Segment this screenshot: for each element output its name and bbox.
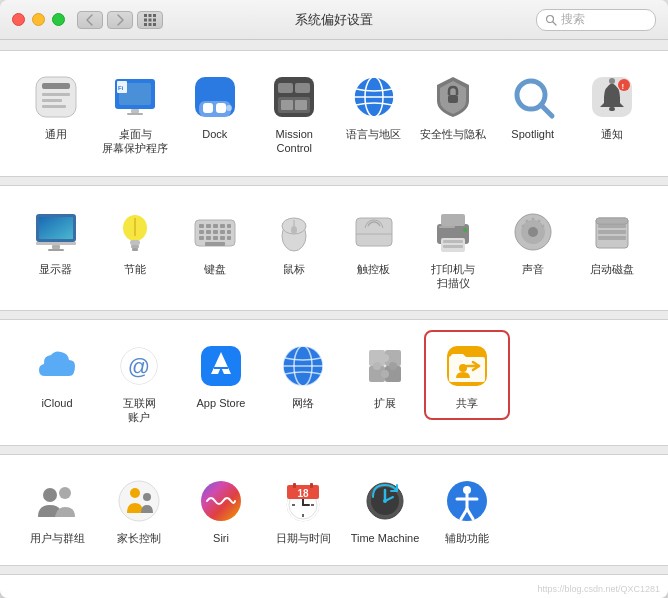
svg-point-142	[383, 499, 387, 503]
svg-rect-64	[213, 230, 218, 234]
forward-button[interactable]	[107, 11, 133, 29]
pref-app-store[interactable]: App Store	[180, 332, 262, 418]
pref-security[interactable]: 安全性与隐私	[414, 63, 494, 149]
sharing-label: 共享	[456, 396, 478, 410]
accessibility-icon	[441, 475, 493, 527]
svg-rect-7	[149, 23, 152, 26]
svg-rect-96	[598, 230, 626, 234]
minimize-button[interactable]	[32, 13, 45, 26]
displays-icon	[30, 206, 82, 258]
pref-trackpad[interactable]: 触控板	[334, 198, 414, 284]
svg-point-93	[541, 224, 544, 227]
security-label: 安全性与隐私	[420, 127, 486, 141]
language-label: 语言与地区	[346, 127, 401, 141]
svg-rect-52	[130, 240, 140, 245]
svg-text:18: 18	[297, 488, 309, 499]
svg-rect-95	[598, 224, 626, 228]
pref-startup-disk[interactable]: 启动磁盘	[573, 198, 653, 284]
pref-sharing[interactable]: 共享	[426, 332, 508, 418]
svg-rect-25	[216, 103, 226, 113]
svg-rect-136	[293, 483, 296, 488]
app-store-label: App Store	[197, 396, 246, 410]
svg-rect-54	[132, 248, 138, 251]
svg-rect-80	[441, 214, 465, 226]
pref-spotlight[interactable]: Spotlight	[493, 63, 573, 149]
keyboard-icon	[189, 206, 241, 258]
svg-point-84	[463, 228, 467, 232]
pref-sound[interactable]: 声音	[493, 198, 573, 284]
pref-language[interactable]: 语言与地区	[334, 63, 414, 149]
svg-rect-70	[220, 236, 225, 240]
svg-point-114	[389, 362, 397, 370]
pref-siri[interactable]: Siri	[180, 467, 262, 553]
spotlight-icon	[507, 71, 559, 123]
svg-rect-12	[42, 83, 70, 89]
siri-label: Siri	[213, 531, 229, 545]
users-label: 用户与群组	[30, 531, 85, 545]
pref-users[interactable]: 用户与群组	[16, 467, 98, 553]
maximize-button[interactable]	[52, 13, 65, 26]
svg-line-10	[553, 21, 557, 25]
sound-label: 声音	[522, 262, 544, 276]
pref-internet-accounts[interactable]: @ 互联网账户	[98, 332, 180, 433]
pref-time-machine[interactable]: Time Machine	[344, 467, 426, 553]
pref-mouse[interactable]: 鼠标	[255, 198, 335, 284]
svg-rect-19	[127, 113, 143, 115]
pref-keyboard[interactable]: 键盘	[175, 198, 255, 284]
pref-dock[interactable]: Dock	[175, 63, 255, 149]
svg-point-112	[381, 354, 389, 362]
search-icon	[545, 14, 557, 26]
pref-desktop[interactable]: Fi 桌面与屏幕保护程序	[96, 63, 176, 164]
pref-notifications[interactable]: ! 通知	[573, 63, 653, 149]
svg-point-41	[609, 78, 615, 84]
pref-accessibility[interactable]: 辅助功能	[426, 467, 508, 553]
pref-java[interactable]: Java Java	[16, 587, 98, 598]
startup-disk-icon	[586, 206, 638, 258]
pref-general[interactable]: 通用	[16, 63, 96, 149]
svg-rect-1	[149, 14, 152, 17]
svg-point-92	[537, 219, 540, 222]
desktop-label: 桌面与屏幕保护程序	[102, 127, 168, 156]
pref-printers[interactable]: 打印机与扫描仪	[414, 198, 494, 299]
trackpad-label: 触控板	[357, 262, 390, 276]
svg-point-88	[528, 227, 538, 237]
energy-icon	[109, 206, 161, 258]
svg-text:!: !	[622, 82, 625, 91]
svg-rect-18	[131, 109, 139, 113]
svg-rect-53	[131, 245, 139, 248]
icloud-label: iCloud	[41, 396, 72, 410]
pref-mission-control[interactable]: MissionControl	[255, 63, 335, 164]
search-box[interactable]: 搜索	[536, 9, 656, 31]
svg-rect-29	[295, 83, 310, 93]
pref-energy[interactable]: 节能	[96, 198, 176, 284]
icloud-icon	[31, 340, 83, 392]
svg-text:Fi: Fi	[118, 85, 124, 91]
section-hardware-row: 显示器 节能	[16, 198, 652, 299]
energy-label: 节能	[124, 262, 146, 276]
svg-rect-137	[310, 483, 313, 488]
pref-network[interactable]: 网络	[262, 332, 344, 418]
pref-parental[interactable]: 家长控制	[98, 467, 180, 553]
svg-rect-82	[443, 240, 463, 243]
general-icon	[30, 71, 82, 123]
pref-icloud[interactable]: iCloud	[16, 332, 98, 418]
pref-displays[interactable]: 显示器	[16, 198, 96, 284]
pref-nvidia[interactable]: NVIDIADriver Manager	[98, 587, 180, 598]
parental-icon	[113, 475, 165, 527]
close-button[interactable]	[12, 13, 25, 26]
svg-point-76	[291, 226, 297, 234]
svg-rect-15	[42, 105, 66, 108]
svg-rect-66	[227, 230, 231, 234]
pref-date-time[interactable]: 18 日期与时间	[262, 467, 344, 553]
siri-icon	[195, 475, 247, 527]
section-hardware: 显示器 节能	[0, 185, 668, 312]
watermark: https://blog.csdn.net/QXC1281	[537, 584, 660, 594]
svg-point-115	[381, 370, 389, 378]
general-label: 通用	[45, 127, 67, 141]
back-button[interactable]	[77, 11, 103, 29]
date-time-label: 日期与时间	[276, 531, 331, 545]
svg-rect-8	[153, 23, 156, 26]
svg-rect-42	[609, 107, 615, 111]
pref-extensions[interactable]: 扩展	[344, 332, 426, 418]
grid-view-button[interactable]	[137, 11, 163, 29]
